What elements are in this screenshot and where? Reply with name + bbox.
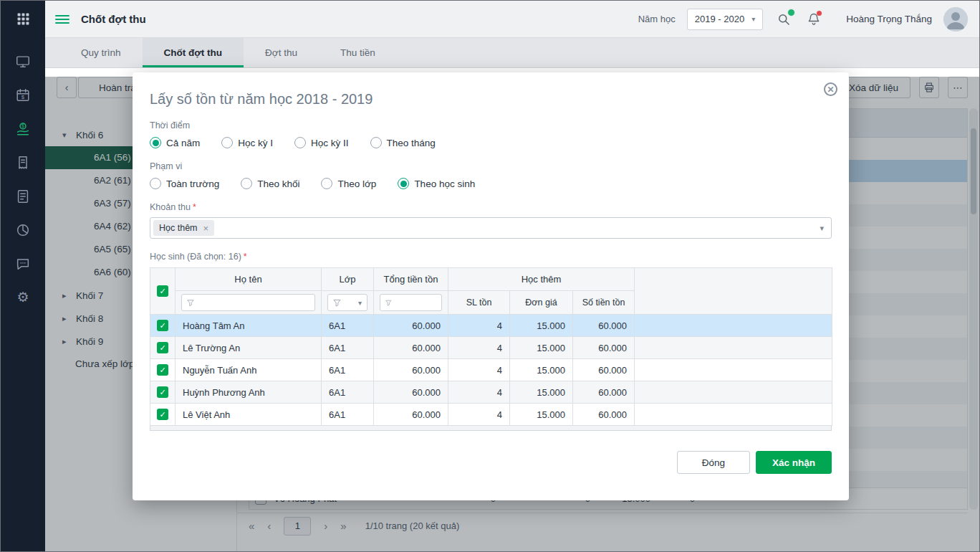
- cell-empty: [635, 337, 832, 359]
- tab-thu-tien[interactable]: Thu tiền: [319, 38, 397, 67]
- row-checkbox[interactable]: [157, 364, 168, 376]
- dialog-title: Lấy số tồn từ năm học 2018 - 2019: [150, 91, 832, 108]
- tab-chot-dot-thu[interactable]: Chốt đợt thu: [143, 38, 244, 67]
- col-header-total: Tổng tiền tồn: [374, 268, 448, 291]
- fee-tag-label: Học thêm: [159, 223, 198, 233]
- cell-so-tien-ton: 60.000: [573, 337, 635, 359]
- fee-tag[interactable]: Học thêm×: [153, 220, 214, 236]
- cell-total: 60.000: [374, 315, 448, 337]
- tab-label: Thu tiền: [340, 47, 375, 58]
- school-year-label: Năm học: [638, 14, 676, 24]
- collect-money-icon[interactable]: $: [14, 120, 32, 138]
- cell-don-gia: 15.000: [510, 359, 573, 381]
- chevron-down-icon: ▾: [820, 224, 824, 233]
- cell-don-gia: 15.000: [510, 315, 573, 337]
- cell-sl-ton: 4: [448, 381, 510, 404]
- radio-toan-truong[interactable]: Toàn trường: [150, 178, 219, 189]
- class-filter-select[interactable]: ▾: [327, 294, 368, 311]
- row-checkbox[interactable]: [157, 386, 168, 398]
- cell-class: 6A1: [322, 381, 374, 404]
- pie-chart-icon[interactable]: [14, 222, 32, 239]
- select-all-checkbox[interactable]: [157, 285, 168, 297]
- col-header-sl-ton: SL tồn: [448, 291, 510, 315]
- name-filter[interactable]: [181, 294, 315, 311]
- calendar-fee-icon[interactable]: $: [14, 87, 32, 104]
- confirm-button[interactable]: Xác nhận: [756, 451, 832, 474]
- cell-don-gia: 15.000: [510, 404, 573, 426]
- app-badge-icon: [787, 9, 795, 16]
- radio-theo-lop[interactable]: Theo lớp: [321, 178, 376, 189]
- col-header-name: Họ tên: [176, 268, 322, 291]
- cell-empty: [635, 315, 832, 337]
- radio-icon: [241, 178, 252, 189]
- table-row[interactable]: Hoàng Tâm An 6A1 60.000 4 15.000 60.000: [150, 315, 832, 337]
- cell-empty: [635, 381, 832, 404]
- radio-icon: [221, 137, 233, 148]
- cell-name: Hoàng Tâm An: [176, 315, 322, 337]
- icon-rail: $ $ ⚙: [1, 1, 45, 551]
- radio-label: Theo tháng: [387, 138, 436, 148]
- scope-section-label: Phạm vi: [150, 161, 832, 171]
- cell-name: Lê Trường An: [176, 337, 322, 359]
- cell-so-tien-ton: 60.000: [573, 404, 635, 426]
- chat-icon[interactable]: [14, 255, 32, 272]
- tab-quy-trinh[interactable]: Quy trình: [59, 38, 143, 67]
- total-filter-input[interactable]: [396, 298, 436, 308]
- tab-label: Quy trình: [81, 47, 121, 58]
- row-checkbox[interactable]: [157, 320, 168, 331]
- students-table: Họ tên Lớp Tổng tiền tồn Học thêm ▾ SL t…: [150, 267, 832, 426]
- radio-hoc-ky-1[interactable]: Học kỳ I: [221, 137, 273, 148]
- cell-total: 60.000: [374, 404, 448, 426]
- close-icon[interactable]: ✕: [824, 82, 837, 96]
- cell-class: 6A1: [322, 359, 374, 381]
- remove-tag-icon[interactable]: ×: [203, 223, 209, 234]
- radio-label: Cả năm: [166, 138, 200, 148]
- chevron-down-icon: ▾: [751, 15, 755, 23]
- required-marker: *: [244, 252, 247, 262]
- carry-over-balance-dialog: ✕ Lấy số tồn từ năm học 2018 - 2019 Thời…: [133, 72, 849, 500]
- cell-name: Lê Việt Anh: [176, 404, 322, 426]
- settings-gear-icon[interactable]: ⚙: [14, 289, 32, 306]
- radio-icon: [370, 137, 382, 148]
- tab-dot-thu[interactable]: Đợt thu: [244, 38, 319, 67]
- cell-so-tien-ton: 60.000: [573, 381, 635, 404]
- user-name: Hoàng Trọng Thắng: [846, 14, 932, 24]
- table-row[interactable]: Lê Việt Anh 6A1 60.000 4 15.000 60.000: [150, 404, 832, 426]
- col-header-class: Lớp: [322, 268, 374, 291]
- table-row[interactable]: Huỳnh Phương Anh 6A1 60.000 4 15.000 60.…: [150, 381, 832, 404]
- radio-icon: [398, 178, 409, 189]
- close-button[interactable]: Đóng: [677, 451, 750, 474]
- menu-icon[interactable]: [55, 15, 69, 24]
- radio-hoc-ky-2[interactable]: Học kỳ II: [294, 137, 349, 148]
- table-row[interactable]: Nguyễn Tuấn Anh 6A1 60.000 4 15.000 60.0…: [150, 359, 832, 381]
- cell-total: 60.000: [374, 381, 448, 404]
- radio-theo-thang[interactable]: Theo tháng: [370, 137, 436, 148]
- table-row[interactable]: Lê Trường An 6A1 60.000 4 15.000 60.000: [150, 337, 832, 359]
- avatar[interactable]: [943, 7, 968, 32]
- tab-bar: Quy trình Chốt đợt thu Đợt thu Thu tiền: [45, 38, 979, 68]
- radio-ca-nam[interactable]: Cả năm: [150, 137, 200, 148]
- radio-label: Theo lớp: [337, 179, 376, 189]
- radio-theo-khoi[interactable]: Theo khối: [241, 178, 299, 189]
- cell-sl-ton: 4: [448, 359, 510, 381]
- cell-sl-ton: 4: [448, 337, 510, 359]
- total-filter[interactable]: [380, 294, 442, 311]
- notifications-bell-icon[interactable]: [804, 10, 823, 29]
- scope-radio-group: Toàn trường Theo khối Theo lớp Theo học …: [150, 178, 832, 189]
- invoice-icon[interactable]: [14, 188, 32, 205]
- radio-theo-hoc-sinh[interactable]: Theo học sinh: [398, 178, 475, 189]
- receipt-list-icon[interactable]: [14, 154, 32, 171]
- fee-select[interactable]: Học thêm× ▾: [150, 217, 832, 239]
- cell-empty: [635, 404, 832, 426]
- monitor-icon[interactable]: [14, 53, 32, 70]
- school-year-value: 2019 - 2020: [695, 14, 744, 24]
- name-filter-input[interactable]: [198, 298, 309, 308]
- row-checkbox[interactable]: [157, 409, 168, 420]
- apps-grid-icon[interactable]: [14, 10, 32, 27]
- row-checkbox[interactable]: [157, 342, 168, 353]
- search-icon[interactable]: [774, 10, 793, 29]
- school-year-select[interactable]: 2019 - 2020 ▾: [687, 9, 763, 30]
- cell-total: 60.000: [374, 337, 448, 359]
- radio-label: Toàn trường: [166, 179, 219, 189]
- cell-class: 6A1: [322, 404, 374, 426]
